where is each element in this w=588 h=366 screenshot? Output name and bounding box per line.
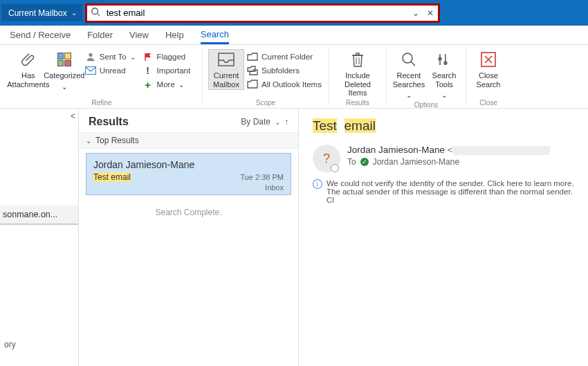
all-items-icon	[247, 79, 258, 90]
close-x-icon	[477, 51, 500, 68]
clear-search-icon[interactable]: ✕	[423, 8, 438, 18]
chevron-down-icon: ⌄	[71, 9, 77, 17]
tools-icon	[432, 51, 456, 68]
history-node[interactable]: ory	[0, 337, 78, 352]
message-list: Results By Date ⌄ ↑ ⌄ Top Results Jordan…	[79, 109, 299, 366]
flag-icon	[143, 51, 154, 62]
message-folder: Inbox	[93, 183, 284, 192]
important-button[interactable]: ! Important	[141, 64, 192, 77]
close-search-button[interactable]: Close Search	[470, 49, 506, 90]
group-scope: Current Mailbox Current Folder Subfolder…	[203, 45, 329, 108]
current-folder-button[interactable]: Current Folder	[246, 51, 323, 63]
sent-to-label: Sent To	[100, 53, 127, 61]
search-icon	[87, 7, 104, 19]
search-input[interactable]	[104, 6, 409, 19]
email-subject: Test email	[313, 118, 581, 134]
message-time: Tue 2:38 PM	[240, 173, 284, 181]
group-close: Close Search Close	[466, 45, 511, 108]
search-scope-dropdown[interactable]: Current Mailbox ⌄	[1, 4, 82, 21]
svg-line-1	[97, 14, 100, 17]
search-complete-label: Search Complete.	[79, 198, 298, 227]
sender-identity-infobar[interactable]: i We could not verify the identity of th…	[313, 179, 581, 204]
group-scope-label: Scope	[256, 99, 275, 108]
subject-word-1: Test	[313, 118, 337, 133]
title-bar: Current Mailbox ⌄ ⌄ ✕	[0, 0, 588, 26]
info-line-2: The actual sender of this message is dif…	[327, 187, 581, 204]
from-email-redacted	[453, 146, 550, 155]
svg-rect-5	[219, 53, 234, 66]
tab-search[interactable]: Search	[201, 26, 229, 44]
important-label: Important	[157, 66, 191, 75]
search-options-chevron-icon[interactable]: ⌄	[409, 8, 423, 18]
search-box[interactable]: ⌄ ✕	[85, 3, 440, 23]
unread-label: Unread	[100, 66, 126, 75]
angle-bracket: <	[448, 145, 453, 155]
to-name: Jordan Jamieson-Mane	[373, 157, 459, 167]
envelope-icon	[85, 65, 96, 76]
tab-help[interactable]: Help	[165, 27, 184, 43]
include-deleted-label: Include Deleted Items	[335, 71, 380, 98]
tab-view[interactable]: View	[129, 27, 149, 43]
include-deleted-button[interactable]: Include Deleted Items	[333, 49, 382, 99]
more-button[interactable]: + More ⌄	[141, 78, 192, 91]
svg-point-0	[91, 8, 98, 15]
flagged-label: Flagged	[157, 53, 186, 61]
has-attachments-button[interactable]: Has Attachments	[12, 49, 45, 90]
presence-icon	[331, 164, 339, 172]
tab-folder[interactable]: Folder	[87, 27, 113, 43]
ribbon-tabs: Send / Receive Folder View Help Search	[0, 26, 588, 45]
current-mailbox-button[interactable]: Current Mailbox	[208, 49, 244, 90]
close-search-label: Close Search	[472, 71, 505, 89]
folder-icon	[247, 51, 258, 62]
group-results: Include Deleted Items Results	[329, 45, 386, 108]
search-history-icon	[397, 51, 421, 68]
tab-send-receive[interactable]: Send / Receive	[10, 27, 71, 43]
to-line: To ✓ Jordan Jamieson-Mane	[347, 157, 550, 167]
group-options: Recent Searches ⌄ Search Tools ⌄ Options	[387, 45, 466, 108]
unread-button[interactable]: Unread	[84, 64, 137, 77]
chevron-down-icon: ⌄	[62, 83, 67, 91]
folder-pane: < sonmane.on... ory	[0, 109, 79, 366]
sort-label: By Date	[241, 117, 270, 127]
chevron-down-icon: ⌄	[441, 91, 447, 100]
group-close-label: Close	[479, 99, 497, 108]
current-mailbox-label: Current Mailbox	[210, 71, 243, 89]
verified-icon: ✓	[360, 158, 369, 166]
collapse-pane-icon[interactable]: <	[71, 111, 75, 121]
recent-searches-button[interactable]: Recent Searches ⌄	[391, 49, 427, 101]
mailbox-tray-icon	[214, 51, 238, 68]
chevron-down-icon: ⌄	[178, 81, 184, 89]
group-refine-label: Refine	[92, 99, 112, 108]
top-results-header[interactable]: ⌄ Top Results	[79, 132, 298, 149]
ribbon: Has Attachments Categorized ⌄ Sent To ⌄	[0, 45, 588, 109]
subfolders-button[interactable]: Subfolders	[246, 64, 323, 77]
message-item[interactable]: Jordan Jamieson-Mane Test email Tue 2:38…	[86, 153, 291, 195]
from-line: Jordan Jamieson-Mane <	[347, 145, 550, 155]
group-results-label: Results	[346, 99, 369, 108]
info-icon: i	[313, 179, 322, 189]
categorized-label: Categorized	[44, 71, 84, 80]
svg-point-8	[403, 53, 412, 63]
search-tools-button[interactable]: Search Tools ⌄	[427, 49, 461, 101]
sort-button[interactable]: By Date ⌄ ↑	[241, 117, 288, 127]
message-from: Jordan Jamieson-Mane	[93, 159, 284, 170]
account-node[interactable]: sonmane.on...	[0, 205, 78, 225]
flagged-button[interactable]: Flagged	[141, 51, 192, 63]
info-line-1: We could not verify the identity of the …	[327, 179, 581, 187]
search-tools-label: Search Tools	[428, 71, 460, 89]
all-outlook-items-button[interactable]: All Outlook Items	[246, 78, 323, 91]
list-header: Results By Date ⌄ ↑	[79, 109, 298, 132]
chevron-down-icon: ⌄	[275, 118, 280, 126]
important-icon: !	[143, 65, 154, 76]
all-outlook-items-label: All Outlook Items	[261, 80, 322, 89]
person-icon	[85, 51, 96, 62]
categorized-button[interactable]: Categorized ⌄	[45, 49, 84, 92]
recent-searches-label: Recent Searches	[392, 71, 425, 89]
current-folder-label: Current Folder	[261, 53, 313, 61]
reading-pane: Test email ? Jordan Jamieson-Mane < To ✓…	[299, 109, 588, 366]
sort-direction-icon[interactable]: ↑	[284, 117, 288, 127]
svg-point-2	[89, 53, 92, 57]
from-name: Jordan Jamieson-Mane	[347, 145, 445, 155]
sent-to-button[interactable]: Sent To ⌄	[84, 51, 137, 63]
paperclip-icon	[17, 51, 40, 68]
